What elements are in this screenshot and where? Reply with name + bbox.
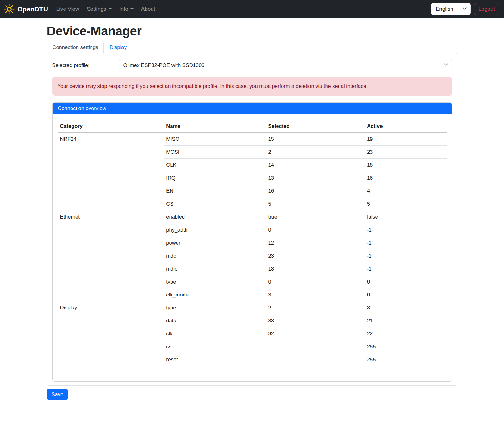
cell-active: 0 — [364, 275, 447, 288]
nav-item-label: Live View — [56, 6, 79, 12]
table-row: Displaytype23 — [58, 301, 447, 314]
tab-bar: Connection settings Display — [47, 41, 457, 53]
cell-active: -1 — [364, 249, 447, 262]
tab-connection-settings[interactable]: Connection settings — [47, 41, 104, 53]
cell-category: Ethernet — [58, 210, 164, 301]
table-header-row: Category Name Selected Active — [58, 120, 447, 133]
navbar: OpenDTU Live ViewSettingsInfoAbout Engli… — [0, 0, 504, 18]
cell-name: CLK — [164, 159, 265, 171]
cell-selected: 15 — [266, 133, 364, 146]
cell-active: 18 — [364, 159, 447, 171]
page-title: Device-Manager — [47, 24, 457, 38]
brand-label: OpenDTU — [17, 5, 48, 13]
nav-item-live-view[interactable]: Live View — [53, 3, 82, 15]
cell-active: 23 — [364, 146, 447, 159]
cell-name: type — [164, 301, 265, 314]
brand[interactable]: OpenDTU — [4, 4, 48, 15]
cell-selected: 14 — [266, 159, 364, 171]
connection-overview-table: Category Name Selected Active NRF24MISO1… — [58, 120, 447, 366]
cell-name: IRQ — [164, 171, 265, 184]
logout-button[interactable]: Logout — [474, 3, 499, 15]
cell-name: phy_addr — [164, 223, 265, 236]
navbar-menu: Live ViewSettingsInfoAbout — [53, 3, 159, 15]
tab-content-card: Selected profile: Olimex ESP32-POE with … — [47, 53, 457, 386]
cell-selected: 2 — [266, 301, 364, 314]
cell-active: 4 — [364, 184, 447, 197]
nav-item-label: About — [141, 6, 155, 12]
main-container: Device-Manager Connection settings Displ… — [47, 24, 457, 400]
cell-selected: 12 — [266, 236, 364, 249]
cell-name: mdio — [164, 262, 265, 275]
cell-name: reset — [164, 353, 265, 366]
column-header-category: Category — [58, 120, 164, 133]
cell-selected: true — [266, 210, 364, 223]
nav-item-label: Settings — [87, 6, 106, 12]
chevron-down-icon — [130, 8, 134, 10]
sun-icon — [4, 4, 15, 15]
profile-select[interactable]: Olimex ESP32-POE with SSD1306 — [119, 59, 452, 71]
language-select[interactable]: English — [431, 3, 471, 15]
overview-table-body: NRF24MISO1519MOSI223CLK1418IRQ1316EN164C… — [58, 133, 447, 366]
cell-active: 22 — [364, 327, 447, 340]
nav-item-settings[interactable]: Settings — [84, 3, 114, 15]
cell-selected: 0 — [266, 275, 364, 288]
cell-active: -1 — [364, 236, 447, 249]
cell-active: -1 — [364, 262, 447, 275]
cell-selected: 3 — [266, 288, 364, 301]
cell-selected: 33 — [266, 314, 364, 327]
chevron-down-icon — [109, 8, 112, 10]
save-button[interactable]: Save — [47, 389, 68, 400]
connection-overview-card: Connection overview Category Name Select… — [52, 102, 452, 382]
cell-name: EN — [164, 184, 265, 197]
nav-item-about[interactable]: About — [138, 3, 158, 15]
cell-selected: 13 — [266, 171, 364, 184]
cell-selected: 23 — [266, 249, 364, 262]
cell-name: enabled — [164, 210, 265, 223]
cell-selected: 0 — [266, 223, 364, 236]
cell-name: clk — [164, 327, 265, 340]
nav-item-label: Info — [119, 6, 128, 12]
cell-active: 255 — [364, 353, 447, 366]
cell-name: MISO — [164, 133, 265, 146]
cell-name: CS — [164, 197, 265, 210]
profile-select-label: Selected profile: — [52, 62, 119, 68]
cell-active: 16 — [364, 171, 447, 184]
cell-category: NRF24 — [58, 133, 164, 210]
cell-name: clk_mode — [164, 288, 265, 301]
column-header-active: Active — [364, 120, 447, 133]
cell-active: 0 — [364, 288, 447, 301]
cell-active: 255 — [364, 340, 447, 353]
profile-row: Selected profile: Olimex ESP32-POE with … — [52, 59, 452, 71]
cell-active: 5 — [364, 197, 447, 210]
cell-name: data — [164, 314, 265, 327]
cell-name: type — [164, 275, 265, 288]
cell-active: 21 — [364, 314, 447, 327]
cell-selected: 16 — [266, 184, 364, 197]
profile-select-value: Olimex ESP32-POE with SSD1306 — [123, 62, 205, 68]
column-header-selected: Selected — [266, 120, 364, 133]
incompatible-profile-warning: Your device may stop responding if you s… — [52, 77, 452, 96]
cell-selected: 32 — [266, 327, 364, 340]
cell-selected — [266, 353, 364, 366]
cell-active: 3 — [364, 301, 447, 314]
cell-name: power — [164, 236, 265, 249]
cell-category: Display — [58, 301, 164, 366]
cell-selected: 2 — [266, 146, 364, 159]
column-header-name: Name — [164, 120, 265, 133]
cell-selected — [266, 340, 364, 353]
cell-selected: 18 — [266, 262, 364, 275]
tab-display[interactable]: Display — [104, 41, 132, 53]
language-select-value: English — [436, 6, 453, 12]
cell-name: cs — [164, 340, 265, 353]
chevron-down-icon — [444, 62, 448, 68]
connection-overview-header: Connection overview — [53, 103, 452, 114]
cell-active: -1 — [364, 223, 447, 236]
chevron-down-icon — [462, 6, 467, 12]
cell-active: false — [364, 210, 447, 223]
cell-name: mdc — [164, 249, 265, 262]
cell-active: 19 — [364, 133, 447, 146]
navbar-right: English Logout — [431, 3, 499, 15]
table-row: Ethernetenabledtruefalse — [58, 210, 447, 223]
nav-item-info[interactable]: Info — [116, 3, 136, 15]
table-row: NRF24MISO1519 — [58, 133, 447, 146]
